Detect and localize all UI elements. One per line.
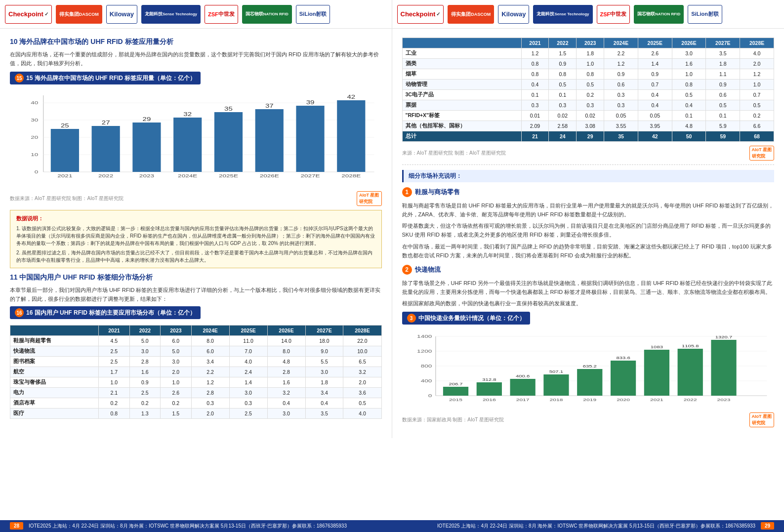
top-right-row6-col6: 0.1 bbox=[672, 111, 706, 121]
svg-text:29: 29 bbox=[143, 117, 151, 123]
table16-row5-col2: 2.5 bbox=[129, 388, 161, 398]
svg-text:40: 40 bbox=[31, 100, 38, 105]
table16-row4-col7: 1.8 bbox=[305, 377, 343, 388]
top-right-row7-col5: 3.95 bbox=[638, 121, 672, 131]
top-right-row3-col4: 0.6 bbox=[604, 80, 638, 90]
top-right-row0-col4: 2.2 bbox=[604, 48, 638, 59]
top-right-row6-col5: 0.05 bbox=[638, 111, 672, 121]
table16-row7-col3: 1.5 bbox=[161, 409, 192, 419]
svg-text:2025E: 2025E bbox=[219, 173, 239, 178]
table16-row5-col4: 2.8 bbox=[191, 388, 229, 398]
svg-text:37: 37 bbox=[265, 103, 274, 109]
top-right-row7-col1: 2.09 bbox=[521, 121, 549, 131]
top-right-row5-col5: 0.4 bbox=[638, 100, 672, 111]
table16-header-4: 2024E bbox=[191, 326, 229, 336]
main-content: 10 海外品牌在中国市场的 UHF RFID 标签应用量分析 在国内应用市场，还… bbox=[0, 29, 784, 438]
table16-row3-col1: 1.7 bbox=[99, 367, 130, 377]
top-right-total-col1: 21 bbox=[521, 131, 549, 142]
svg-text:507.1: 507.1 bbox=[549, 369, 563, 374]
svg-text:2028E: 2028E bbox=[341, 173, 361, 178]
top-right-total-col3: 29 bbox=[577, 131, 604, 142]
top-right-row0-col5: 2.6 bbox=[638, 48, 672, 59]
top-right-row2-col6: 1.0 bbox=[672, 69, 706, 80]
top-right-total-col5: 42 bbox=[638, 131, 672, 142]
top-right-row3-col3: 0.5 bbox=[577, 80, 604, 90]
item2-content: 除了零售场景之外，UHF RFID 另外一个最值得关注的市场就是快递物流，根据我… bbox=[402, 279, 775, 308]
logo-checkpoint-left: Checkpoint ✓ bbox=[5, 5, 52, 24]
top-right-row6-col3: 0.02 bbox=[577, 111, 604, 121]
table16-row5-col1: 2.1 bbox=[99, 388, 130, 398]
top-right-row4-col3: 0.2 bbox=[577, 90, 604, 100]
section11-title: 11 中国国内用户 UHF RFID 标签细分市场分析 bbox=[10, 273, 382, 282]
item1-heading: 1 鞋服与商场零售 bbox=[402, 187, 775, 197]
top-right-row1-col1: 0.8 bbox=[521, 59, 549, 69]
top-right-row6-col4: 0.05 bbox=[604, 111, 638, 121]
svg-text:35: 35 bbox=[224, 106, 233, 112]
top-right-row5-col3: 0.3 bbox=[577, 100, 604, 111]
table16-row0-col4: 8.0 bbox=[191, 336, 229, 346]
table16-row3-col2: 1.6 bbox=[129, 367, 161, 377]
logo-dascom-left: 得实集团DASCOM bbox=[56, 5, 102, 24]
svg-text:400: 400 bbox=[420, 378, 432, 383]
table16-row4-col2: 0.9 bbox=[129, 377, 161, 388]
logo-zsf-right: ZSF 中世发 bbox=[597, 5, 630, 24]
top-right-row0-col8: 4.0 bbox=[740, 48, 774, 59]
top-right-row3-col1: 0.4 bbox=[521, 80, 549, 90]
top-right-row4-col1: 0.1 bbox=[521, 90, 549, 100]
chart16-title-box: 16 16 国内用户 UHF RFID 标签的主要应用市场分布（单位：亿个） bbox=[10, 306, 382, 323]
table16-row3-col7: 3.0 bbox=[305, 367, 343, 377]
table16-row7-col5: 2.5 bbox=[229, 409, 267, 419]
table16-row3-col8: 3.2 bbox=[343, 367, 381, 377]
svg-text:635.2: 635.2 bbox=[582, 364, 596, 368]
top-right-row1-col7: 1.8 bbox=[706, 59, 740, 69]
top-right-row1-col4: 1.2 bbox=[604, 59, 638, 69]
top-right-row0-col0: 工业 bbox=[402, 48, 521, 59]
top-right-total-col8: 68 bbox=[740, 131, 774, 142]
svg-text:39: 39 bbox=[306, 100, 315, 106]
svg-text:2018: 2018 bbox=[549, 398, 563, 402]
svg-text:1320.7: 1320.7 bbox=[715, 335, 732, 339]
table16-row7-col0: 医疗 bbox=[10, 409, 99, 419]
chart3-svg: 0 400 800 1200 1400 206.7 2015 312.8 201… bbox=[402, 331, 775, 410]
logo-silion-left: SiLion射联 bbox=[296, 5, 330, 24]
logo-kiloway-right: Kiloway bbox=[498, 5, 529, 24]
table16-row7-col1: 0.8 bbox=[99, 409, 130, 419]
top-right-row3-col5: 0.7 bbox=[638, 80, 672, 90]
header-left: Checkpoint ✓ 得实集团DASCOM Kiloway 龙能科技Sens… bbox=[0, 0, 392, 28]
logo-dascom-right: 得实集团DASCOM bbox=[448, 5, 494, 24]
top-right-row4-col6: 0.5 bbox=[672, 90, 706, 100]
top-right-row1-col0: 酒类 bbox=[402, 59, 521, 69]
svg-rect-55 bbox=[543, 374, 569, 396]
table16-row2-col0: 图书档案 bbox=[10, 357, 99, 367]
table16-row0-col3: 6.0 bbox=[161, 336, 192, 346]
svg-text:32: 32 bbox=[183, 112, 192, 118]
svg-rect-11 bbox=[51, 129, 79, 172]
top-right-row7-col7: 5.9 bbox=[706, 121, 740, 131]
chart15-bar: 0 10 20 30 40 25 2021 27 2022 29 2023 bbox=[10, 90, 382, 189]
table16-row0-col7: 18.0 bbox=[305, 336, 343, 346]
divider1 bbox=[402, 164, 775, 165]
top-right-row0-col1: 1.2 bbox=[521, 48, 549, 59]
top-right-row7-col3: 3.08 bbox=[577, 121, 604, 131]
top-right-row4-col2: 0.1 bbox=[549, 90, 577, 100]
table16-row7-col8: 4.0 bbox=[343, 409, 381, 419]
svg-text:30: 30 bbox=[31, 118, 38, 122]
table16-row4-col1: 1.0 bbox=[99, 377, 130, 388]
source15: 数据来源：AIoT 星图研究院 制图：AIoT 星图研究院 AIoT 星图研究院 bbox=[10, 191, 382, 206]
top-right-row7-col6: 4.8 bbox=[672, 121, 706, 131]
top-right-total-col2: 24 bbox=[549, 131, 577, 142]
svg-text:2021: 2021 bbox=[650, 398, 663, 402]
table16-row0-col2: 5.0 bbox=[129, 336, 161, 346]
header-right: Checkpoint ✓ 得实集团DASCOM Kiloway 龙能科技Sens… bbox=[392, 0, 784, 28]
top-right-row5-col0: 票据 bbox=[402, 100, 521, 111]
table16-row5-col3: 2.6 bbox=[161, 388, 192, 398]
table16-row4-col8: 2.0 bbox=[343, 377, 381, 388]
table16-row4-col4: 1.2 bbox=[191, 377, 229, 388]
top-right-row6-col1: 0.01 bbox=[521, 111, 549, 121]
top-right-row7-col4: 3.55 bbox=[604, 121, 638, 131]
table16-row2-col8: 6.5 bbox=[343, 357, 381, 367]
top-right-row0-col7: 3.5 bbox=[706, 48, 740, 59]
top-right-row6-col2: 0.02 bbox=[549, 111, 577, 121]
top-right-row5-col2: 0.3 bbox=[549, 100, 577, 111]
top-right-row5-col8: 0.5 bbox=[740, 100, 774, 111]
